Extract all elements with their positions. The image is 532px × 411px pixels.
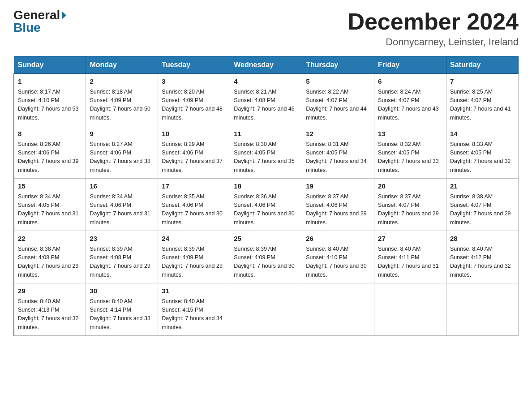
location-title: Donnycarney, Leinster, Ireland xyxy=(348,36,519,48)
calendar-cell: 9Sunrise: 8:27 AMSunset: 4:06 PMDaylight… xyxy=(86,126,158,179)
day-info: Sunrise: 8:30 AMSunset: 4:05 PMDaylight:… xyxy=(234,140,298,175)
calendar-week-row: 29Sunrise: 8:40 AMSunset: 4:13 PMDayligh… xyxy=(14,283,519,336)
weekday-header-row: SundayMondayTuesdayWednesdayThursdayFrid… xyxy=(14,56,519,74)
day-number: 4 xyxy=(234,77,298,87)
calendar-cell: 16Sunrise: 8:34 AMSunset: 4:06 PMDayligh… xyxy=(86,179,158,231)
calendar-cell: 19Sunrise: 8:37 AMSunset: 4:06 PMDayligh… xyxy=(302,179,374,231)
day-number: 19 xyxy=(306,181,370,192)
day-info: Sunrise: 8:20 AMSunset: 4:09 PMDaylight:… xyxy=(162,88,226,123)
calendar-week-row: 8Sunrise: 8:26 AMSunset: 4:06 PMDaylight… xyxy=(14,126,519,179)
page-header: General Blue December 2024 Donnycarney, … xyxy=(13,9,519,48)
calendar-cell: 2Sunrise: 8:18 AMSunset: 4:09 PMDaylight… xyxy=(86,74,158,126)
month-title: December 2024 xyxy=(348,9,519,34)
weekday-header-saturday: Saturday xyxy=(446,56,519,74)
calendar-week-row: 15Sunrise: 8:34 AMSunset: 4:05 PMDayligh… xyxy=(14,179,519,231)
calendar-cell xyxy=(230,283,302,336)
day-number: 3 xyxy=(162,77,226,87)
day-info: Sunrise: 8:31 AMSunset: 4:05 PMDaylight:… xyxy=(306,140,370,175)
calendar-cell: 7Sunrise: 8:25 AMSunset: 4:07 PMDaylight… xyxy=(446,74,519,126)
day-number: 16 xyxy=(90,181,154,192)
day-number: 22 xyxy=(18,234,82,244)
calendar-cell: 6Sunrise: 8:24 AMSunset: 4:07 PMDaylight… xyxy=(374,74,446,126)
day-info: Sunrise: 8:18 AMSunset: 4:09 PMDaylight:… xyxy=(90,88,154,123)
day-info: Sunrise: 8:25 AMSunset: 4:07 PMDaylight:… xyxy=(450,88,515,123)
calendar-cell: 23Sunrise: 8:39 AMSunset: 4:08 PMDayligh… xyxy=(86,231,158,283)
day-number: 12 xyxy=(306,129,370,139)
day-info: Sunrise: 8:29 AMSunset: 4:06 PMDaylight:… xyxy=(162,140,226,175)
day-number: 7 xyxy=(450,77,515,87)
logo-general-text: General xyxy=(13,9,60,21)
day-number: 1 xyxy=(18,77,82,87)
day-number: 24 xyxy=(162,234,226,244)
day-info: Sunrise: 8:40 AMSunset: 4:11 PMDaylight:… xyxy=(378,245,442,280)
day-number: 17 xyxy=(162,181,226,192)
calendar-cell: 31Sunrise: 8:40 AMSunset: 4:15 PMDayligh… xyxy=(158,283,230,336)
day-info: Sunrise: 8:27 AMSunset: 4:06 PMDaylight:… xyxy=(90,140,154,175)
day-info: Sunrise: 8:37 AMSunset: 4:06 PMDaylight:… xyxy=(306,193,370,227)
calendar-week-row: 1Sunrise: 8:17 AMSunset: 4:10 PMDaylight… xyxy=(14,74,519,126)
calendar-cell: 5Sunrise: 8:22 AMSunset: 4:07 PMDaylight… xyxy=(302,74,374,126)
weekday-header-wednesday: Wednesday xyxy=(230,56,302,74)
day-number: 5 xyxy=(306,77,370,87)
calendar-cell: 10Sunrise: 8:29 AMSunset: 4:06 PMDayligh… xyxy=(158,126,230,179)
calendar-cell: 17Sunrise: 8:35 AMSunset: 4:06 PMDayligh… xyxy=(158,179,230,231)
calendar-cell: 25Sunrise: 8:39 AMSunset: 4:09 PMDayligh… xyxy=(230,231,302,283)
day-info: Sunrise: 8:35 AMSunset: 4:06 PMDaylight:… xyxy=(162,193,226,227)
calendar-cell: 8Sunrise: 8:26 AMSunset: 4:06 PMDaylight… xyxy=(14,126,86,179)
day-info: Sunrise: 8:34 AMSunset: 4:06 PMDaylight:… xyxy=(90,193,154,227)
calendar-cell: 13Sunrise: 8:32 AMSunset: 4:05 PMDayligh… xyxy=(374,126,446,179)
calendar-cell: 28Sunrise: 8:40 AMSunset: 4:12 PMDayligh… xyxy=(446,231,519,283)
weekday-header-monday: Monday xyxy=(86,56,158,74)
day-info: Sunrise: 8:38 AMSunset: 4:07 PMDaylight:… xyxy=(450,193,515,227)
day-info: Sunrise: 8:26 AMSunset: 4:06 PMDaylight:… xyxy=(18,140,82,175)
day-info: Sunrise: 8:22 AMSunset: 4:07 PMDaylight:… xyxy=(306,88,370,123)
logo-blue-text: Blue xyxy=(13,21,41,35)
weekday-header-thursday: Thursday xyxy=(302,56,374,74)
calendar-table: SundayMondayTuesdayWednesdayThursdayFrid… xyxy=(13,56,519,336)
title-section: December 2024 Donnycarney, Leinster, Ire… xyxy=(348,9,519,48)
calendar-cell: 29Sunrise: 8:40 AMSunset: 4:13 PMDayligh… xyxy=(14,283,86,336)
day-info: Sunrise: 8:39 AMSunset: 4:08 PMDaylight:… xyxy=(90,245,154,280)
day-number: 9 xyxy=(90,129,154,139)
day-info: Sunrise: 8:37 AMSunset: 4:07 PMDaylight:… xyxy=(378,193,442,227)
day-info: Sunrise: 8:21 AMSunset: 4:08 PMDaylight:… xyxy=(234,88,298,123)
day-info: Sunrise: 8:36 AMSunset: 4:06 PMDaylight:… xyxy=(234,193,298,227)
day-info: Sunrise: 8:40 AMSunset: 4:13 PMDaylight:… xyxy=(18,297,82,332)
day-info: Sunrise: 8:40 AMSunset: 4:14 PMDaylight:… xyxy=(90,297,154,332)
day-info: Sunrise: 8:32 AMSunset: 4:05 PMDaylight:… xyxy=(378,140,442,175)
day-number: 26 xyxy=(306,234,370,244)
day-info: Sunrise: 8:40 AMSunset: 4:10 PMDaylight:… xyxy=(306,245,370,280)
day-info: Sunrise: 8:17 AMSunset: 4:10 PMDaylight:… xyxy=(18,88,82,123)
day-number: 21 xyxy=(450,181,515,192)
day-info: Sunrise: 8:40 AMSunset: 4:12 PMDaylight:… xyxy=(450,245,515,280)
calendar-cell xyxy=(446,283,519,336)
logo: General Blue xyxy=(13,9,66,35)
day-number: 25 xyxy=(234,234,298,244)
day-number: 28 xyxy=(450,234,515,244)
calendar-cell: 18Sunrise: 8:36 AMSunset: 4:06 PMDayligh… xyxy=(230,179,302,231)
day-number: 15 xyxy=(18,181,82,192)
calendar-cell: 26Sunrise: 8:40 AMSunset: 4:10 PMDayligh… xyxy=(302,231,374,283)
day-info: Sunrise: 8:33 AMSunset: 4:05 PMDaylight:… xyxy=(450,140,515,175)
day-number: 6 xyxy=(378,77,442,87)
day-number: 20 xyxy=(378,181,442,192)
day-info: Sunrise: 8:39 AMSunset: 4:09 PMDaylight:… xyxy=(234,245,298,280)
day-number: 30 xyxy=(90,286,154,296)
day-info: Sunrise: 8:38 AMSunset: 4:08 PMDaylight:… xyxy=(18,245,82,280)
day-number: 13 xyxy=(378,129,442,139)
logo-arrow-icon xyxy=(62,11,66,19)
calendar-week-row: 22Sunrise: 8:38 AMSunset: 4:08 PMDayligh… xyxy=(14,231,519,283)
day-number: 8 xyxy=(18,129,82,139)
calendar-cell: 22Sunrise: 8:38 AMSunset: 4:08 PMDayligh… xyxy=(14,231,86,283)
calendar-cell: 20Sunrise: 8:37 AMSunset: 4:07 PMDayligh… xyxy=(374,179,446,231)
calendar-cell: 24Sunrise: 8:39 AMSunset: 4:09 PMDayligh… xyxy=(158,231,230,283)
weekday-header-friday: Friday xyxy=(374,56,446,74)
calendar-cell xyxy=(374,283,446,336)
weekday-header-sunday: Sunday xyxy=(14,56,86,74)
day-info: Sunrise: 8:24 AMSunset: 4:07 PMDaylight:… xyxy=(378,88,442,123)
calendar-cell: 14Sunrise: 8:33 AMSunset: 4:05 PMDayligh… xyxy=(446,126,519,179)
day-number: 18 xyxy=(234,181,298,192)
day-number: 29 xyxy=(18,286,82,296)
weekday-header-tuesday: Tuesday xyxy=(158,56,230,74)
calendar-cell: 11Sunrise: 8:30 AMSunset: 4:05 PMDayligh… xyxy=(230,126,302,179)
